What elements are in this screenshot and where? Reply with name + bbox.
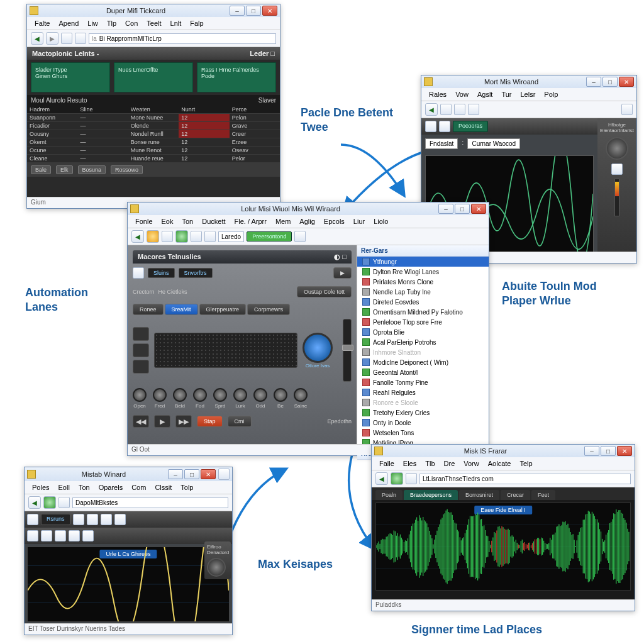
- menu-item[interactable]: Liw: [84, 18, 102, 28]
- forward-button[interactable]: [46, 32, 58, 45]
- pad-button[interactable]: [133, 343, 149, 357]
- back-button[interactable]: [131, 230, 144, 243]
- list-item[interactable]: Wetselen Tons: [357, 428, 489, 438]
- dropdown-1[interactable]: Fndaslat: [425, 138, 458, 149]
- menu-item[interactable]: Vorw: [460, 458, 482, 469]
- menu-item[interactable]: Clssit: [151, 482, 175, 492]
- tool-icon[interactable]: [440, 104, 452, 115]
- minimize-button[interactable]: –: [584, 446, 599, 456]
- tab[interactable]: Borrosniret: [459, 490, 499, 500]
- menu-item[interactable]: Liur: [350, 216, 369, 226]
- tool-icon[interactable]: [162, 231, 173, 242]
- menu-item[interactable]: Ton: [179, 216, 197, 226]
- list-item[interactable]: Inhmore Slnatton: [357, 347, 489, 357]
- address-bar[interactable]: DapoMltBkstes: [72, 497, 228, 508]
- table-row[interactable]: Cleane—Huande reue12Pelor: [27, 155, 280, 163]
- menu-item[interactable]: Eles: [399, 458, 420, 469]
- main-dial[interactable]: [303, 333, 333, 363]
- stop-button[interactable]: [147, 230, 159, 243]
- menu-item[interactable]: Agslt: [474, 89, 496, 99]
- list-item[interactable]: Geeontal Atont/l: [357, 367, 489, 377]
- fader[interactable]: [343, 319, 352, 382]
- menu-item[interactable]: Apend: [55, 18, 82, 28]
- dropdown[interactable]: Rsruns: [41, 514, 70, 525]
- big-dial[interactable]: [606, 137, 628, 160]
- dropdown-2[interactable]: Curnar Waocod: [467, 138, 520, 149]
- menu-item[interactable]: Dre: [440, 458, 459, 469]
- table-row[interactable]: Oousny—Nondel Runfl12Creer: [27, 130, 280, 138]
- list-item[interactable]: Modiclne Deiponect ( Wim): [357, 357, 489, 367]
- knob[interactable]: [213, 388, 227, 402]
- go-button[interactable]: [391, 472, 403, 485]
- refresh-icon[interactable]: [75, 33, 86, 44]
- side-icon[interactable]: [611, 164, 623, 175]
- address-bar[interactable]: LtLisranThnseTledrs com: [419, 474, 631, 484]
- prev-button[interactable]: ◀◀: [133, 415, 149, 428]
- menu-item[interactable]: Eoll: [55, 482, 74, 492]
- back-button[interactable]: [425, 103, 438, 116]
- knob[interactable]: [153, 388, 167, 402]
- pad-button[interactable]: [133, 327, 149, 341]
- menu-item[interactable]: Polp: [540, 89, 562, 99]
- close-button[interactable]: ✕: [471, 204, 486, 214]
- menu-item[interactable]: Rales: [425, 89, 450, 99]
- strip-icon[interactable]: [101, 514, 112, 525]
- list-item[interactable]: Tretohy Exlery Cries: [357, 408, 489, 418]
- preset-box-3[interactable]: Rass I Hrne Fal'nerdesPode: [197, 62, 276, 92]
- tab[interactable]: Ronee: [133, 304, 164, 315]
- tab[interactable]: SreaMit: [165, 304, 198, 315]
- close-button[interactable]: ✕: [617, 446, 632, 456]
- tool-icon[interactable]: [454, 104, 465, 115]
- check-button[interactable]: ▶: [333, 267, 352, 279]
- tool-icon[interactable]: [406, 473, 417, 484]
- strip-icon[interactable]: [27, 530, 38, 541]
- tool-icon[interactable]: [58, 497, 70, 508]
- table-row[interactable]: Ocune—Mune Renot12Oseav: [27, 147, 280, 155]
- tab[interactable]: Poaln: [375, 490, 402, 500]
- tool-icon[interactable]: [191, 231, 202, 242]
- strip-icon[interactable]: [27, 514, 38, 525]
- menu-item[interactable]: Eok: [158, 216, 177, 226]
- strip-icon[interactable]: [87, 514, 98, 525]
- table-row[interactable]: Okemt—Bonse rune12Erzee: [27, 138, 280, 147]
- strip-icon[interactable]: [73, 514, 84, 525]
- tab[interactable]: Braedeepersons: [404, 490, 458, 500]
- list-item[interactable]: Oprota Blie: [357, 327, 489, 337]
- menu-item[interactable]: Aolcate: [484, 458, 515, 469]
- check-button[interactable]: Oustap Cole tott: [297, 286, 352, 297]
- menu-item[interactable]: Fonle: [131, 216, 157, 226]
- menu-item[interactable]: Poles: [28, 482, 53, 492]
- menu-item[interactable]: Com: [128, 482, 150, 492]
- tool-icon[interactable]: [204, 231, 216, 242]
- ctrl-icon[interactable]: [133, 267, 144, 279]
- back-button[interactable]: [375, 472, 388, 485]
- menu-item[interactable]: Fle. / Arprr: [231, 216, 270, 226]
- menu-item[interactable]: Telp: [516, 458, 536, 469]
- pad-button[interactable]: [133, 360, 149, 374]
- menu-item[interactable]: Ton: [75, 482, 94, 492]
- tool-icon[interactable]: [294, 231, 306, 242]
- list-item[interactable]: Ytfnungr: [357, 257, 489, 267]
- menu-item[interactable]: Tolp: [177, 482, 197, 492]
- play-button[interactable]: [175, 230, 188, 243]
- menu-item[interactable]: Falp: [186, 18, 207, 28]
- table-row[interactable]: Suanponn—Mone Nunee12Pelon: [27, 114, 280, 122]
- menu-item[interactable]: Liolo: [370, 216, 392, 226]
- menu-item[interactable]: Oparels: [95, 482, 127, 492]
- strip-icon[interactable]: [41, 530, 52, 541]
- maximize-button[interactable]: □: [602, 77, 618, 87]
- list-item[interactable]: Fanolle Tonmy Pine: [357, 377, 489, 387]
- dropdown[interactable]: Sluins: [148, 268, 175, 278]
- close-button[interactable]: ✕: [262, 6, 277, 16]
- maximize-button[interactable]: □: [184, 469, 199, 479]
- strip-icon[interactable]: [69, 530, 80, 541]
- maximize-button[interactable]: □: [455, 204, 470, 214]
- menu-item[interactable]: Falle: [375, 458, 398, 469]
- menu-item[interactable]: Con: [121, 18, 142, 28]
- side-dial[interactable]: [207, 558, 226, 577]
- menu-item[interactable]: Falte: [31, 18, 53, 28]
- maximize-button[interactable]: □: [246, 6, 261, 16]
- tool-icon[interactable]: [621, 104, 633, 115]
- minimize-button[interactable]: –: [168, 469, 183, 479]
- menu-item[interactable]: Lelsr: [516, 89, 539, 99]
